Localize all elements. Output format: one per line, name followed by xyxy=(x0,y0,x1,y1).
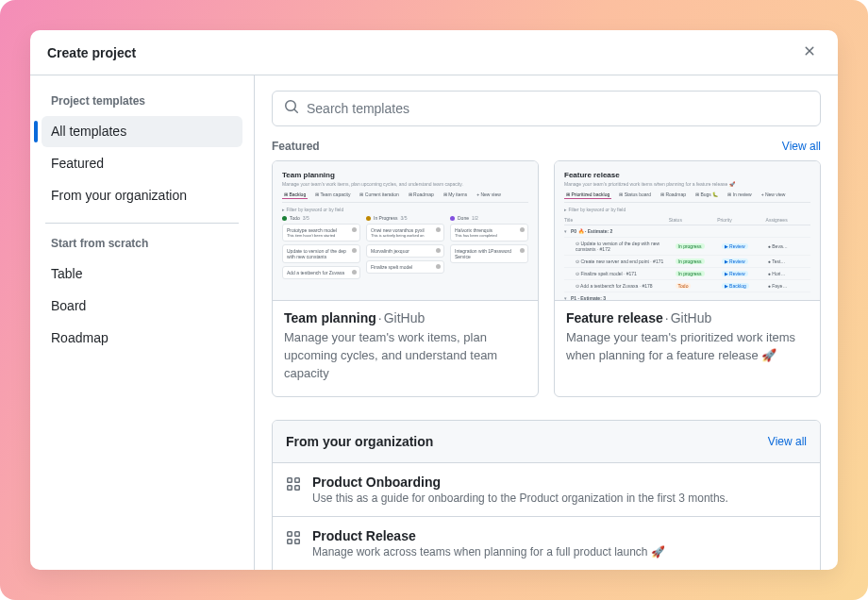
featured-section-header: Featured View all xyxy=(272,140,821,153)
org-view-all-link[interactable]: View all xyxy=(768,435,807,448)
featured-card-team-planning[interactable]: Team planning Manage your team's work it… xyxy=(272,160,539,397)
org-templates-box: From your organization View all Product … xyxy=(272,420,821,570)
search-icon xyxy=(284,99,299,118)
search-box[interactable] xyxy=(272,91,821,126)
close-icon xyxy=(802,43,817,61)
featured-card-description: Manage your team's prioritized work item… xyxy=(566,329,809,365)
featured-card-title: Team planning·GitHub xyxy=(284,310,526,325)
sidebar-templates-heading: Project templates xyxy=(42,91,242,115)
sidebar-item-board[interactable]: Board xyxy=(42,291,242,322)
featured-card-description: Manage your team's work items, plan upco… xyxy=(284,329,526,383)
org-template-description: Manage work across teams when planning f… xyxy=(312,545,665,558)
sidebar-item-all-templates[interactable]: All templates xyxy=(42,116,242,147)
featured-card-title: Feature release·GitHub xyxy=(566,310,809,325)
org-template-description: Use this as a guide for onboarding to th… xyxy=(312,492,728,505)
org-template-item[interactable]: Product Onboarding Use this as a guide f… xyxy=(273,463,820,517)
org-template-item[interactable]: Product Release Manage work across teams… xyxy=(273,517,820,570)
sidebar-item-table[interactable]: Table xyxy=(42,258,242,290)
sidebar-item-from-org[interactable]: From your organization xyxy=(42,180,242,211)
featured-view-all-link[interactable]: View all xyxy=(782,140,821,153)
search-input[interactable] xyxy=(307,101,809,116)
featured-heading: Featured xyxy=(272,140,320,153)
main-panel: Featured View all Team planning Manage y… xyxy=(255,75,838,570)
sidebar-item-featured[interactable]: Featured xyxy=(42,148,242,179)
close-button[interactable] xyxy=(796,38,823,67)
org-templates-heading: From your organization xyxy=(286,434,433,449)
project-template-icon xyxy=(286,476,301,495)
featured-card-feature-release[interactable]: Feature release Manage your team's prior… xyxy=(554,160,821,397)
project-template-icon xyxy=(286,530,301,549)
org-templates-header: From your organization View all xyxy=(273,421,820,463)
org-template-title: Product Onboarding xyxy=(312,475,728,490)
create-project-modal: Create project Project templates All tem… xyxy=(30,30,838,570)
featured-preview: Feature release Manage your team's prior… xyxy=(555,161,820,301)
sidebar-separator xyxy=(45,223,239,224)
sidebar-item-roadmap[interactable]: Roadmap xyxy=(42,323,242,354)
modal-header: Create project xyxy=(30,30,838,75)
sidebar-scratch-heading: Start from scratch xyxy=(42,233,242,258)
modal-title: Create project xyxy=(47,45,136,60)
org-template-title: Product Release xyxy=(312,528,665,543)
featured-preview: Team planning Manage your team's work it… xyxy=(273,161,538,301)
sidebar: Project templates All templates Featured… xyxy=(30,75,255,570)
